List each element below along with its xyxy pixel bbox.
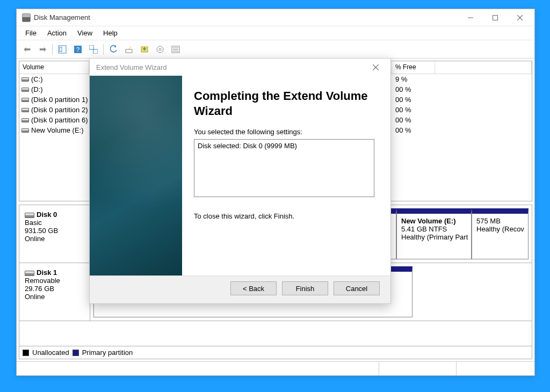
cancel-button[interactable]: Cancel: [334, 281, 380, 295]
volume-icon: [21, 88, 29, 92]
free-value: 00 %: [392, 116, 435, 124]
partition-size: 575 MB: [476, 217, 524, 225]
wizard-side-banner: [90, 76, 182, 275]
show-hide-tree-button[interactable]: [55, 42, 69, 56]
finish-button[interactable]: Finish: [282, 281, 328, 295]
partition-title: New Volume (E:): [401, 217, 467, 225]
legend-swatch-primary: [73, 350, 79, 356]
col-volume[interactable]: Volume: [19, 61, 89, 74]
disk-status: Online: [25, 235, 84, 243]
menu-view[interactable]: View: [72, 28, 98, 38]
volume-name: (Disk 0 partition 6): [31, 116, 88, 124]
svg-text:?: ?: [76, 46, 79, 53]
partition[interactable]: New Volume (E:) 5.41 GB NTFS Healthy (Pr…: [396, 208, 472, 259]
minimize-button[interactable]: [458, 10, 483, 25]
menu-action[interactable]: Action: [42, 28, 72, 38]
legend-swatch-unallocated: [23, 350, 29, 356]
svg-rect-10: [126, 49, 132, 53]
attach-vhd-button[interactable]: [138, 42, 151, 56]
svg-rect-9: [93, 49, 98, 54]
volume-icon: [21, 128, 29, 133]
arrow-right-icon: ➡: [39, 44, 46, 54]
col-last: [435, 61, 532, 74]
free-value: 00 %: [392, 85, 435, 93]
volume-icon: [21, 108, 29, 112]
wizard-subtext: You selected the following settings:: [194, 128, 374, 136]
wizard-title-bar: Extend Volume Wizard: [90, 59, 390, 76]
help-button[interactable]: ?: [71, 42, 85, 56]
svg-rect-5: [60, 47, 62, 52]
volume-name: (D:): [31, 85, 43, 93]
free-value: 9 %: [392, 75, 435, 83]
legend-primary: Primary partition: [82, 349, 133, 357]
partition-status: Healthy (Recov: [476, 225, 524, 233]
partition-status: Healthy (Primary Part: [401, 233, 467, 241]
wizard-buttons: < Back Finish Cancel: [90, 275, 390, 303]
action-list-button[interactable]: [169, 42, 183, 56]
legend-unallocated: Unallocated: [32, 349, 69, 357]
wizard-summary-line: Disk selected: Disk 0 (9999 MB): [198, 142, 297, 150]
window-title: Disk Management: [34, 13, 458, 21]
free-value: 00 %: [392, 96, 435, 104]
close-button[interactable]: [508, 10, 532, 25]
back-button[interactable]: < Back: [230, 281, 277, 295]
disk-name: Disk 1: [37, 268, 57, 277]
app-icon: [22, 13, 31, 22]
extend-volume-wizard-dialog: Extend Volume Wizard Completing the Exte…: [89, 58, 391, 304]
properties-button[interactable]: [86, 42, 100, 56]
disk-type: Basic: [25, 219, 84, 227]
wizard-summary-box: Disk selected: Disk 0 (9999 MB): [194, 139, 374, 197]
partition-size: 5.41 GB NTFS: [401, 225, 467, 233]
wizard-main: Completing the Extend Volume Wizard You …: [182, 76, 390, 275]
disk-icon: [25, 213, 34, 218]
partition[interactable]: 575 MB Healthy (Recov: [472, 208, 529, 259]
volume-name: New Volume (E:): [31, 126, 84, 134]
forward-button[interactable]: ➡: [35, 42, 49, 56]
disk-size: 931.50 GB: [25, 227, 84, 235]
volume-name: (Disk 0 partition 2): [31, 106, 88, 114]
volume-icon: [21, 118, 29, 122]
toolbar-separator: [52, 44, 53, 55]
volume-icon: [21, 98, 29, 102]
svg-rect-1: [493, 15, 498, 20]
window-controls: [458, 10, 532, 25]
disk-status: Online: [25, 293, 84, 301]
free-value: 00 %: [392, 106, 435, 114]
svg-point-13: [159, 48, 161, 50]
free-value: 00 %: [392, 126, 435, 134]
disk-name: Disk 0: [37, 210, 57, 219]
wizard-title: Extend Volume Wizard: [96, 63, 365, 71]
title-bar: Disk Management: [17, 9, 534, 26]
disk-info[interactable]: Disk 0 Basic 931.50 GB Online: [19, 205, 90, 263]
wizard-note: To close this wizard, click Finish.: [194, 212, 374, 220]
disk-icon: [25, 271, 34, 276]
rescan-disks-button[interactable]: [122, 42, 136, 56]
wizard-heading: Completing the Extend Volume Wizard: [194, 89, 374, 118]
disk-size: 29.76 GB: [25, 285, 84, 293]
arrow-left-icon: ⬅: [24, 44, 31, 54]
svg-point-12: [157, 46, 163, 53]
volume-icon: [21, 77, 29, 82]
volume-name: (Disk 0 partition 1): [31, 96, 88, 104]
menu-bar: File Action View Help: [17, 26, 534, 40]
detach-vhd-button[interactable]: [153, 42, 167, 56]
refresh-button[interactable]: [106, 42, 120, 56]
col-free[interactable]: % Free: [392, 61, 435, 74]
legend-bar: Unallocated Primary partition: [19, 346, 532, 359]
back-button[interactable]: ⬅: [20, 42, 34, 56]
disk-info[interactable]: Disk 1 Removable 29.76 GB Online: [19, 263, 90, 321]
status-strip: [17, 361, 534, 375]
toolbar: ⬅ ➡ ?: [17, 40, 534, 59]
volume-name: (C:): [31, 75, 43, 83]
menu-help[interactable]: Help: [98, 28, 123, 38]
svg-rect-8: [89, 45, 93, 49]
menu-file[interactable]: File: [20, 28, 42, 38]
wizard-body: Completing the Extend Volume Wizard You …: [90, 76, 390, 275]
wizard-close-button[interactable]: [365, 60, 386, 75]
disk-type: Removable: [25, 277, 84, 285]
maximize-button[interactable]: [483, 10, 508, 25]
toolbar-separator: [103, 44, 104, 55]
